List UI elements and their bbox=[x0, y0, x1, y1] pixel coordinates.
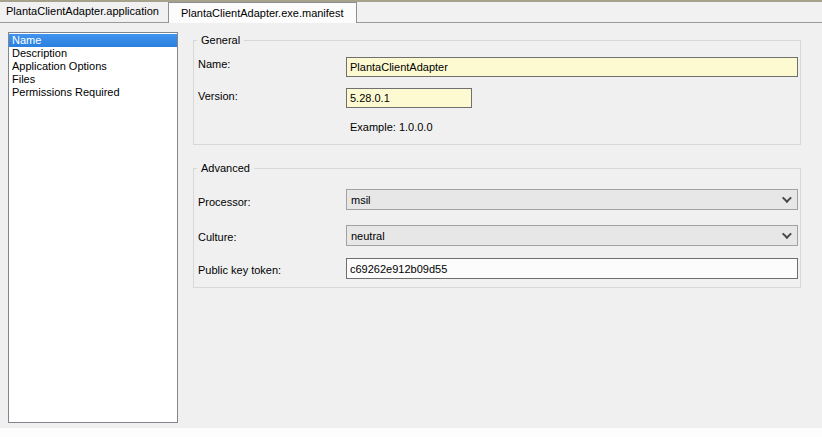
general-group-title: General bbox=[197, 34, 244, 47]
public-key-token-field-label: Public key token: bbox=[198, 264, 281, 277]
processor-combobox[interactable]: msil bbox=[346, 189, 798, 210]
culture-combobox[interactable]: neutral bbox=[346, 225, 798, 246]
name-field-label: Name: bbox=[198, 58, 230, 71]
chevron-down-icon bbox=[782, 193, 792, 203]
list-item-permissions-required[interactable]: Permissions Required bbox=[9, 86, 177, 99]
processor-field-label: Processor: bbox=[198, 196, 251, 209]
chevron-down-icon bbox=[782, 229, 792, 239]
tab-exe-manifest[interactable]: PlantaClientAdapter.exe.manifest bbox=[168, 2, 357, 23]
document-tab-bar: PlantaClientAdapter.application PlantaCl… bbox=[0, 2, 822, 23]
list-item-application-options[interactable]: Application Options bbox=[9, 60, 177, 73]
version-field-label: Version: bbox=[198, 90, 238, 103]
list-item-files[interactable]: Files bbox=[9, 73, 177, 86]
advanced-group-title: Advanced bbox=[197, 162, 254, 175]
culture-combobox-value: neutral bbox=[351, 230, 385, 242]
bottom-strip bbox=[0, 428, 822, 437]
manifest-editor-window: PlantaClientAdapter.application PlantaCl… bbox=[0, 0, 822, 437]
list-item-description[interactable]: Description bbox=[9, 47, 177, 60]
name-input[interactable] bbox=[346, 57, 798, 77]
processor-combobox-value: msil bbox=[351, 194, 371, 206]
version-input[interactable] bbox=[346, 88, 472, 108]
list-item-name[interactable]: Name bbox=[9, 34, 177, 47]
tab-application-manifest[interactable]: PlantaClientAdapter.application bbox=[0, 2, 168, 22]
manifest-section-list: Name Description Application Options Fil… bbox=[8, 32, 178, 423]
general-groupbox: General Name: Version: Example: 1.0.0.0 bbox=[193, 40, 801, 145]
advanced-groupbox: Advanced Processor: msil Culture: neutra… bbox=[193, 168, 801, 288]
version-example-text: Example: 1.0.0.0 bbox=[350, 121, 433, 134]
culture-field-label: Culture: bbox=[198, 231, 237, 244]
public-key-token-input[interactable] bbox=[346, 258, 798, 279]
